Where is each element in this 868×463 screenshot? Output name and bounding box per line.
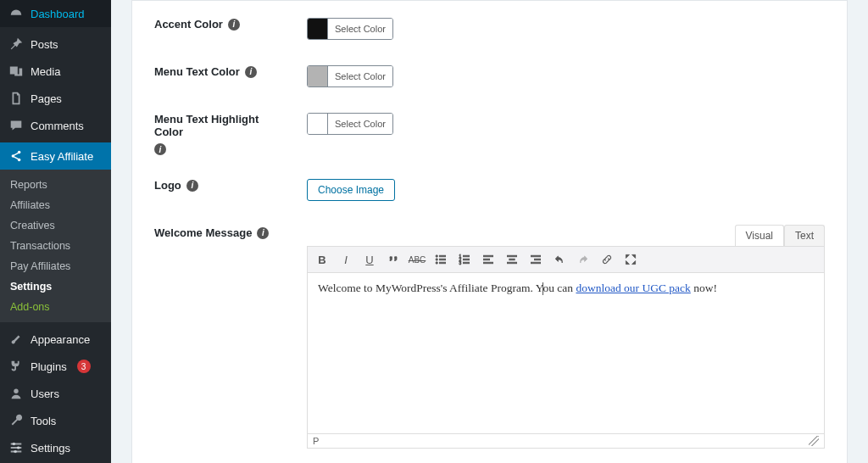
nav-label: Dashboard bbox=[31, 8, 85, 20]
nav-media[interactable]: Media bbox=[0, 58, 111, 85]
field-accent-color: Accent Color i Select Color bbox=[154, 6, 825, 53]
sub-transactions[interactable]: Transactions bbox=[0, 236, 111, 256]
svg-rect-26 bbox=[531, 255, 540, 257]
align-center-button[interactable] bbox=[503, 250, 521, 269]
nav-label: Settings bbox=[31, 442, 70, 455]
field-menu-highlight-color: Menu Text Highlight Color i Select Color bbox=[154, 101, 825, 167]
info-icon[interactable]: i bbox=[257, 227, 269, 239]
svg-rect-20 bbox=[483, 255, 492, 257]
pin-icon bbox=[8, 36, 24, 52]
field-menu-text-color: Menu Text Color i Select Color bbox=[154, 53, 825, 101]
nav-dashboard[interactable]: Dashboard bbox=[0, 0, 111, 27]
field-label-text: Menu Text Color bbox=[154, 65, 240, 78]
menu-text-color-picker[interactable]: Select Color bbox=[307, 65, 393, 87]
svg-rect-23 bbox=[507, 255, 516, 257]
select-color-button[interactable]: Select Color bbox=[328, 114, 392, 134]
media-icon bbox=[8, 64, 24, 79]
redo-button[interactable] bbox=[574, 250, 593, 269]
bold-button[interactable]: B bbox=[313, 250, 331, 269]
nav-label: Users bbox=[31, 388, 59, 400]
field-label-text: Menu Text Highlight Color bbox=[154, 113, 281, 138]
nav-label: Posts bbox=[31, 38, 58, 51]
editor-content[interactable]: Welcome to MyWordPress's Affiliate Progr… bbox=[307, 273, 825, 434]
nav-plugins[interactable]: Plugins 3 bbox=[0, 353, 111, 380]
nav-label: Easy Affiliate bbox=[31, 150, 93, 163]
fullscreen-button[interactable] bbox=[621, 250, 640, 269]
link-button[interactable] bbox=[598, 250, 616, 269]
svg-point-12 bbox=[436, 262, 437, 264]
nav-label: Tools bbox=[31, 415, 56, 427]
strikethrough-button[interactable]: ABC bbox=[408, 250, 426, 269]
nav-comments[interactable]: Comments bbox=[0, 112, 111, 139]
editor-toolbar: B I U ABC 123 bbox=[307, 246, 825, 273]
editor-link[interactable]: download our UGC pack bbox=[576, 282, 690, 294]
settings-panel: Accent Color i Select Color Menu Text Co… bbox=[131, 0, 848, 463]
editor-tab-visual[interactable]: Visual bbox=[735, 225, 784, 246]
rich-text-editor: Visual Text B I U ABC 123 bbox=[307, 225, 825, 449]
bullet-list-button[interactable] bbox=[431, 250, 450, 269]
svg-rect-11 bbox=[439, 259, 445, 260]
nav-settings[interactable]: Settings bbox=[0, 434, 111, 461]
editor-text: Welcome to MyWordPress's Affiliate Progr… bbox=[318, 282, 543, 294]
nav-appearance[interactable]: Appearance bbox=[0, 326, 111, 353]
underline-button[interactable]: U bbox=[360, 250, 379, 269]
sub-pay-affiliates[interactable]: Pay Affiliates bbox=[0, 256, 111, 276]
svg-point-6 bbox=[14, 450, 17, 454]
admin-sidebar: Dashboard Posts Media Pages Comments Eas… bbox=[0, 0, 111, 463]
numbered-list-button[interactable]: 123 bbox=[455, 250, 474, 269]
sub-settings[interactable]: Settings bbox=[0, 276, 111, 297]
resize-handle[interactable] bbox=[809, 436, 819, 446]
blockquote-button[interactable] bbox=[384, 250, 403, 269]
sub-reports[interactable]: Reports bbox=[0, 175, 111, 195]
sub-addons[interactable]: Add-ons bbox=[0, 297, 111, 317]
svg-rect-19 bbox=[463, 262, 469, 264]
field-label-text: Accent Color bbox=[154, 18, 223, 31]
select-color-button[interactable]: Select Color bbox=[328, 19, 392, 39]
choose-image-button[interactable]: Choose Image bbox=[307, 179, 395, 201]
menu-highlight-color-picker[interactable]: Select Color bbox=[307, 113, 393, 135]
wrench-icon bbox=[8, 413, 24, 428]
field-welcome-message: Welcome Message i Visual Text B I U ABC … bbox=[154, 213, 825, 460]
field-label-text: Welcome Message bbox=[154, 226, 252, 239]
sub-affiliates[interactable]: Affiliates bbox=[0, 195, 111, 215]
nav-posts[interactable]: Posts bbox=[0, 31, 111, 58]
nav-label: Plugins bbox=[31, 360, 67, 373]
undo-button[interactable] bbox=[550, 250, 569, 269]
svg-rect-13 bbox=[439, 262, 445, 264]
nav-tools[interactable]: Tools bbox=[0, 407, 111, 434]
info-icon[interactable]: i bbox=[245, 66, 257, 78]
editor-path: P bbox=[313, 436, 319, 446]
accent-color-picker[interactable]: Select Color bbox=[307, 18, 393, 40]
editor-tab-text[interactable]: Text bbox=[784, 225, 825, 246]
nav-pages[interactable]: Pages bbox=[0, 85, 111, 112]
page-icon bbox=[8, 91, 24, 106]
svg-point-3 bbox=[14, 389, 18, 393]
info-icon[interactable]: i bbox=[154, 143, 166, 155]
editor-status-bar: P bbox=[307, 434, 825, 449]
color-swatch bbox=[308, 66, 328, 86]
svg-rect-28 bbox=[531, 262, 540, 264]
settings-sliders-icon bbox=[8, 440, 24, 455]
select-color-button[interactable]: Select Color bbox=[328, 66, 392, 86]
svg-rect-21 bbox=[483, 259, 489, 260]
field-label-text: Logo bbox=[154, 179, 181, 192]
dashboard-icon bbox=[8, 6, 24, 21]
svg-rect-9 bbox=[439, 255, 445, 257]
svg-point-10 bbox=[436, 259, 437, 260]
info-icon[interactable]: i bbox=[186, 180, 198, 192]
svg-rect-24 bbox=[509, 259, 515, 260]
content-area: Accent Color i Select Color Menu Text Co… bbox=[111, 0, 868, 463]
italic-button[interactable]: I bbox=[337, 250, 355, 269]
nav-label: Comments bbox=[31, 120, 84, 132]
align-right-button[interactable] bbox=[526, 250, 545, 269]
editor-text: now! bbox=[691, 282, 717, 294]
sub-creatives[interactable]: Creatives bbox=[0, 215, 111, 236]
user-icon bbox=[8, 386, 24, 401]
svg-text:3: 3 bbox=[459, 261, 462, 265]
nav-label: Media bbox=[31, 65, 60, 78]
nav-users[interactable]: Users bbox=[0, 380, 111, 407]
info-icon[interactable]: i bbox=[228, 19, 240, 31]
svg-rect-22 bbox=[483, 262, 492, 264]
align-left-button[interactable] bbox=[479, 250, 498, 269]
nav-easy-affiliate[interactable]: Easy Affiliate bbox=[0, 142, 111, 170]
